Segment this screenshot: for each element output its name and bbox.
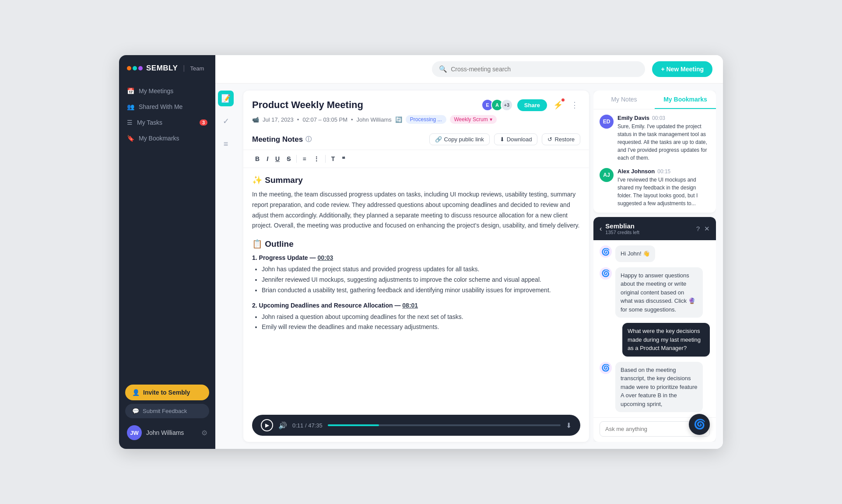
panel-tabs: My Notes My Bookmarks [593, 91, 716, 109]
help-icon[interactable]: ? [696, 225, 700, 233]
invite-button[interactable]: 👤 Invite to Sembly [125, 385, 209, 400]
main-content: 🔍 + New Meeting 📝 ✓ ≡ Product Weekly Mee… [215, 55, 723, 449]
entry-meta-1: Emily Davis 00:03 [617, 115, 710, 121]
underline-button[interactable]: U [272, 154, 283, 164]
chat-header: ‹ Semblian 1357 credits left ? ✕ [593, 217, 716, 240]
logo-text: SEMBLY [146, 64, 178, 73]
quote-button[interactable]: ❝ [339, 154, 348, 164]
entry-meta-2: Alex Johnson 00:15 [617, 168, 710, 175]
download-icon: ⬇ [500, 136, 505, 143]
entry-name-2: Alex Johnson [617, 168, 655, 175]
chat-body: 🌀 Hi John! 👋 🌀 Happy to answer questions… [593, 240, 716, 417]
meeting-side-icons: 📝 ✓ ≡ [215, 84, 236, 449]
section-title-1: 1. Progress Update — 00:03 [252, 254, 580, 261]
summary-text: In the meeting, the team discussed progr… [252, 189, 580, 231]
processing-tag: Processing ... [406, 115, 446, 124]
sidebar-item-my-bookmarks[interactable]: 🔖 My Bookmarks [119, 130, 215, 146]
heading-button[interactable]: T [328, 154, 338, 164]
outline-heading: 📋 Outline [252, 239, 580, 249]
chat-bubble-4: Based on the meeting transcript, the key… [615, 362, 703, 413]
tasks-view-button[interactable]: ✓ [218, 113, 234, 129]
notes-actions: 🔗 Copy public link ⬇ Download ↺ Restore [429, 133, 580, 145]
bullet-list-button[interactable]: ≡ [299, 154, 309, 164]
timestamp-link-2[interactable]: 08:01 [402, 302, 418, 309]
bold-button[interactable]: B [252, 154, 263, 164]
audio-download-icon[interactable]: ⬇ [566, 421, 572, 430]
entry-content-2: Alex Johnson 00:15 I've reviewed the UI … [617, 168, 710, 207]
outline-icon: 📋 [252, 239, 263, 248]
notes-body: ✨ Summary In the meeting, the team discu… [243, 168, 589, 410]
meeting-date: Jul 17, 2023 [263, 116, 294, 123]
chat-message-1: 🌀 Hi John! 👋 [600, 245, 710, 262]
meeting-meta: 📹 Jul 17, 2023 • 02:07 – 03:05 PM • John… [252, 115, 580, 124]
logo-icon [127, 66, 143, 70]
volume-icon[interactable]: 🔊 [278, 421, 287, 430]
bookmark-entry-1: ED Emily Davis 00:03 Sure, Emily. I've u… [600, 115, 710, 162]
notifications-button[interactable]: ⚡ [551, 98, 565, 112]
ordered-list-button[interactable]: ⋮ [310, 154, 323, 164]
avatar-stack: E A +3 [481, 99, 513, 111]
entry-time-1: 00:03 [652, 115, 665, 121]
feedback-button[interactable]: 💬 Submit Feedback [125, 404, 209, 418]
notes-title: Meeting Notes ⓘ [252, 135, 312, 144]
meeting-host: John Williams [357, 116, 392, 123]
invite-icon: 👤 [132, 389, 140, 396]
chat-bubble-1: Hi John! 👋 [615, 245, 655, 262]
bot-avatar-1: 🌀 [600, 245, 612, 258]
bookmarks-card: My Notes My Bookmarks ED Emily Davis 00:… [593, 91, 716, 213]
chat-credits: 1357 credits left [605, 230, 639, 235]
section-title-2: 2. Upcoming Deadlines and Resource Alloc… [252, 302, 580, 309]
user-profile: JW John Williams ⚙ [125, 422, 209, 444]
gear-icon[interactable]: ⚙ [201, 429, 207, 437]
checklist-view-button[interactable]: ≡ [218, 136, 234, 152]
timestamp-link-1[interactable]: 00:03 [317, 254, 333, 261]
top-bar: 🔍 + New Meeting [215, 55, 723, 84]
new-meeting-button[interactable]: + New Meeting [652, 61, 712, 77]
chat-bubble-2: Happy to answer questions about the meet… [615, 267, 703, 318]
editor-toolbar: B I U S ≡ ⋮ T ❝ [243, 150, 589, 168]
meeting-area: 📝 ✓ ≡ Product Weekly Meeting E A +3 [215, 84, 723, 449]
chat-title: Semblian [605, 222, 639, 230]
toolbar-divider [296, 155, 297, 163]
chevron-down-icon: ▾ [490, 116, 492, 122]
bookmark-icon: 🔖 [127, 135, 134, 142]
search-icon: 🔍 [439, 65, 447, 73]
play-button[interactable]: ▶ [261, 419, 273, 431]
list-item: Brian conducted a usability test, gather… [262, 285, 580, 296]
progress-bar[interactable] [328, 424, 561, 426]
copy-link-button[interactable]: 🔗 Copy public link [429, 133, 490, 145]
entry-text-2: I've reviewed the UI mockups and shared … [617, 176, 710, 207]
sidebar-item-my-tasks[interactable]: ☰ My Tasks 3 [119, 115, 215, 130]
italic-button[interactable]: I [263, 154, 271, 164]
download-button[interactable]: ⬇ Download [494, 133, 538, 145]
sidebar-nav: 📅 My Meetings 👥 Shared With Me ☰ My Task… [119, 80, 215, 379]
list-item: Emily will review the deadlines and make… [262, 322, 580, 332]
entry-avatar-1: ED [600, 115, 614, 129]
sidebar-item-shared-with-me[interactable]: 👥 Shared With Me [119, 99, 215, 115]
chevron-left-icon[interactable]: ‹ [600, 225, 602, 233]
strikethrough-button[interactable]: S [284, 154, 294, 164]
progress-fill [328, 424, 379, 426]
sidebar-item-my-meetings[interactable]: 📅 My Meetings [119, 83, 215, 99]
panel-entries: ED Emily Davis 00:03 Sure, Emily. I've u… [593, 109, 716, 213]
sembly-fab-button[interactable]: 🌀 [689, 414, 710, 435]
current-time: 0:11 / 47:35 [292, 422, 323, 429]
more-options-button[interactable]: ⋮ [569, 98, 580, 112]
weekly-scrum-tag: Weekly Scrum ▾ [450, 115, 497, 124]
search-input[interactable] [451, 66, 638, 73]
tab-my-bookmarks[interactable]: My Bookmarks [655, 91, 716, 109]
notes-view-button[interactable]: 📝 [218, 91, 234, 106]
entry-name-1: Emily Davis [617, 115, 649, 121]
tab-my-notes[interactable]: My Notes [593, 91, 655, 109]
share-button[interactable]: Share [517, 99, 547, 111]
restore-button[interactable]: ↺ Restore [542, 133, 580, 145]
sidebar-bottom: 👤 Invite to Sembly 💬 Submit Feedback JW … [119, 379, 215, 449]
link-icon: 🔗 [435, 136, 442, 143]
chat-header-icons: ? ✕ [696, 225, 710, 233]
close-icon[interactable]: ✕ [704, 225, 710, 233]
notes-panel: Product Weekly Meeting E A +3 Share ⚡ ⋮ [243, 91, 589, 442]
entry-text-1: Sure, Emily. I've updated the project st… [617, 122, 710, 162]
meeting-title-actions: E A +3 Share ⚡ ⋮ [481, 98, 580, 112]
avatar: JW [127, 425, 142, 440]
logo-team: Team [190, 65, 204, 72]
